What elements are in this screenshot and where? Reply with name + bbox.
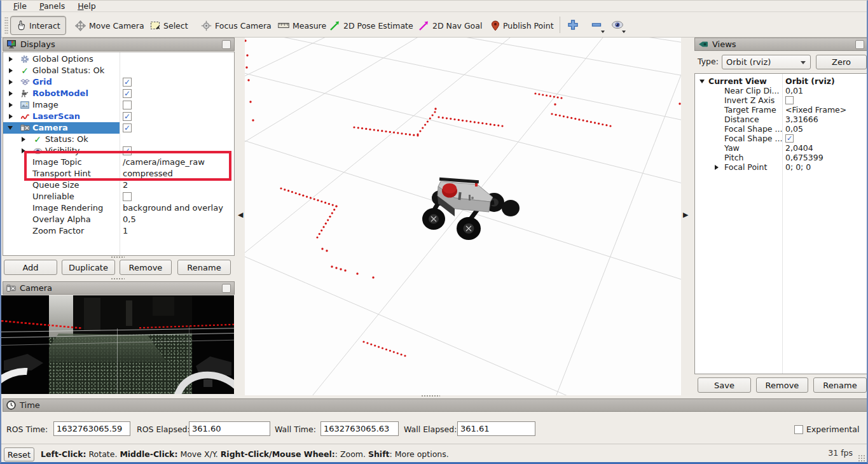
status-ok-check-icon: ✓ [20, 66, 30, 76]
collapse-left-panel-arrow[interactable]: ◀ [238, 211, 243, 219]
ros-elapsed-input[interactable] [189, 421, 270, 436]
enable-checkbox[interactable] [123, 89, 132, 98]
measure-tool-button[interactable]: Measure [273, 16, 331, 35]
add-display-button[interactable] [565, 18, 581, 32]
window-resize-grip[interactable] [858, 454, 865, 462]
property-value[interactable]: <Fixed Frame> [785, 105, 846, 115]
nav-goal-tool-button[interactable]: 2D Nav Goal [413, 16, 487, 35]
tree-row-zoom-factor[interactable]: Zoom Factor 1 [3, 225, 234, 237]
enable-checkbox[interactable] [785, 134, 794, 143]
tree-row-pitch[interactable]: Pitch 0,675399 [695, 153, 867, 162]
property-value[interactable]: 0,01 [785, 86, 803, 95]
resize-handle[interactable] [111, 256, 125, 258]
select-tool-button[interactable]: Select [145, 16, 193, 35]
tree-row-global-options[interactable]: Global Options [3, 53, 234, 65]
property-value[interactable]: 0,5 [123, 214, 136, 224]
tree-row-distance[interactable]: Distance 3,31666 [695, 115, 867, 124]
expander-icon[interactable] [9, 68, 13, 73]
expander-icon[interactable] [22, 137, 25, 142]
resize-handle[interactable] [111, 278, 125, 280]
camera-feed-view [1, 295, 234, 394]
visibility-button[interactable] [609, 18, 626, 32]
experimental-checkbox[interactable] [794, 425, 803, 434]
tree-row-image-rendering[interactable]: Image Rendering background and overlay [3, 202, 234, 214]
resize-handle[interactable] [421, 395, 440, 397]
enable-checkbox[interactable] [785, 96, 794, 104]
views-panel-header[interactable]: Views [694, 38, 868, 51]
tree-row-focal-shape-fixed[interactable]: Focal Shape ... [695, 134, 867, 143]
panel-float-button[interactable] [222, 40, 231, 49]
focus-camera-tool-button[interactable]: Focus Camera [196, 16, 277, 35]
remove-view-button[interactable]: Remove [756, 377, 808, 393]
property-value[interactable]: 3,31666 [785, 115, 818, 124]
time-panel-header[interactable]: Time [3, 398, 868, 412]
tree-row-overlay-alpha[interactable]: Overlay Alpha 0,5 [3, 214, 234, 225]
publish-point-tool-button[interactable]: Publish Point [486, 16, 559, 35]
3d-viewport[interactable] [245, 38, 681, 395]
select-box-icon [150, 20, 160, 31]
tree-row-grid[interactable]: Grid [3, 76, 234, 88]
property-value[interactable]: 0,05 [785, 124, 803, 134]
enable-checkbox[interactable] [123, 123, 132, 132]
tree-row-global-status[interactable]: ✓ Global Status: Ok [3, 65, 234, 76]
panel-float-button[interactable] [855, 40, 864, 49]
tree-row-target-frame[interactable]: Target Frame <Fixed Frame> [695, 105, 867, 115]
expand-right-panel-arrow[interactable]: ▶ [683, 211, 688, 219]
menu-file[interactable]: File [8, 1, 32, 11]
tree-row-focal-point[interactable]: Focal Point 0; 0; 0 [695, 162, 867, 172]
chevron-down-icon [801, 61, 806, 64]
expander-icon[interactable] [8, 126, 13, 130]
property-value[interactable]: 1 [123, 226, 128, 236]
enable-checkbox[interactable] [123, 78, 132, 87]
wall-elapsed-input[interactable] [457, 421, 535, 436]
interact-tool-button[interactable]: Interact [10, 16, 66, 35]
property-value[interactable]: 2 [123, 180, 128, 190]
expander-icon[interactable] [9, 80, 13, 85]
duplicate-button[interactable]: Duplicate [62, 260, 115, 275]
enable-checkbox[interactable] [123, 101, 132, 109]
tree-row-camera[interactable]: Camera [3, 122, 234, 134]
tree-row-unreliable[interactable]: Unreliable [3, 191, 234, 202]
menu-panels[interactable]: Panels [34, 1, 71, 11]
tree-row-focal-shape-size[interactable]: Focal Shape ... 0,05 [695, 124, 867, 134]
expander-icon[interactable] [715, 165, 719, 170]
rename-button[interactable]: Rename [177, 260, 231, 275]
remove-button[interactable]: Remove [120, 260, 172, 275]
property-value[interactable]: background and overlay [123, 203, 223, 213]
panel-float-button[interactable] [222, 284, 231, 293]
move-camera-tool-button[interactable]: Move Camera [70, 16, 149, 35]
tree-row-current-view[interactable]: Current View Orbit (rviz) [695, 76, 867, 86]
tree-row-camera-status[interactable]: ✓ Status: Ok [3, 134, 234, 145]
tree-row-near-clip[interactable]: Near Clip Di... 0,01 [695, 86, 867, 95]
zero-button[interactable]: Zero [816, 55, 867, 69]
tree-row-queue-size[interactable]: Queue Size 2 [3, 179, 234, 191]
menu-help[interactable]: Help [72, 1, 102, 11]
wall-time-input[interactable] [320, 421, 399, 436]
tree-row-laserscan[interactable]: LaserScan [3, 111, 234, 122]
property-value[interactable]: 2,0404 [785, 143, 813, 153]
add-button[interactable]: Add [4, 260, 57, 275]
camera-panel-header[interactable]: Camera [3, 281, 235, 295]
property-value[interactable]: 0,675399 [785, 153, 823, 162]
expander-icon[interactable] [9, 91, 13, 96]
rename-view-button[interactable]: Rename [813, 377, 867, 393]
enable-checkbox[interactable] [123, 192, 132, 201]
tree-row-image[interactable]: Image [3, 99, 234, 111]
pose-estimate-tool-button[interactable]: 2D Pose Estimate [324, 16, 418, 35]
tree-row-invert-z[interactable]: Invert Z Axis [695, 95, 867, 105]
property-value[interactable]: 0; 0; 0 [785, 162, 811, 172]
remove-display-button[interactable] [588, 18, 605, 32]
expander-icon[interactable] [9, 57, 13, 62]
save-button[interactable]: Save [698, 377, 751, 393]
expander-icon[interactable] [9, 102, 13, 108]
tree-row-robotmodel[interactable]: RobotModel [3, 88, 234, 99]
tree-row-yaw[interactable]: Yaw 2,0404 [695, 143, 867, 153]
expander-icon[interactable] [699, 80, 705, 83]
reset-button[interactable]: Reset [4, 447, 34, 461]
displays-panel-header[interactable]: Displays [3, 38, 235, 51]
ros-time-input[interactable] [53, 421, 130, 436]
view-type-combobox[interactable]: Orbit (rviz) [722, 55, 811, 69]
toolbar-drag-handle[interactable] [4, 17, 8, 34]
enable-checkbox[interactable] [123, 112, 132, 121]
expander-icon[interactable] [9, 114, 13, 119]
